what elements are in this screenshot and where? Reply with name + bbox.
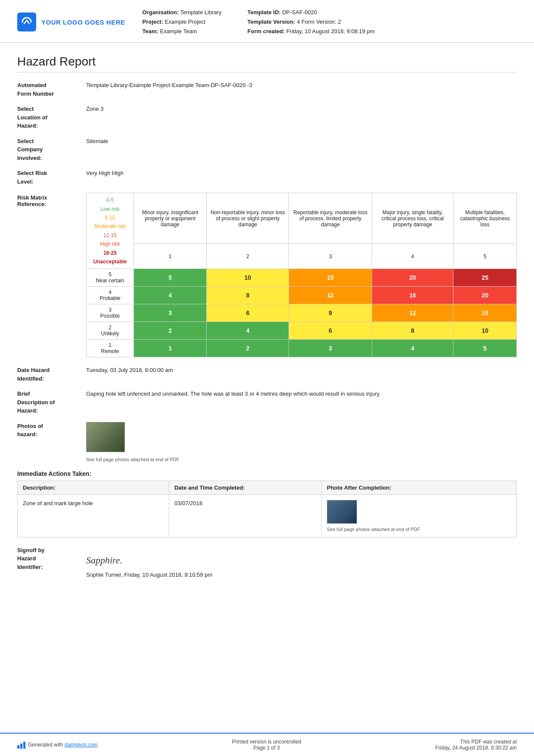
template-version-value: 4 xyxy=(297,19,300,25)
action-photo: See full page photos attached at end of … xyxy=(321,494,516,537)
org-label: Organisation: xyxy=(143,9,179,16)
template-id-label: Template ID: xyxy=(248,9,281,16)
date-row: Date HazardIdentified: Tuesday, 03 July … xyxy=(17,366,517,383)
col-header-5: Multiple fatalities, catastrophic busine… xyxy=(453,193,517,244)
cell-4-3: 12 xyxy=(289,287,372,304)
action-date: 03/07/2018 xyxy=(169,494,321,537)
bar1 xyxy=(17,745,19,749)
cell-3-3: 9 xyxy=(289,304,372,322)
col-header-2: Non-reportable injury, minor loss of pro… xyxy=(207,193,289,244)
team-value: Example Team xyxy=(160,28,197,34)
row-header-4: 4Probable xyxy=(87,287,134,304)
logo-area: YOUR LOGO GOES HERE xyxy=(17,12,125,31)
footer-uncontrolled: Printed version is uncontrolledPage 1 of… xyxy=(232,739,301,751)
cell-3-5: 15 xyxy=(453,304,517,322)
row-header-2: 2Unlikely xyxy=(87,322,134,340)
date-label: Date HazardIdentified: xyxy=(17,366,86,383)
signoff-row: Signoff byHazardIdentifier: Sapphire. So… xyxy=(17,546,517,579)
cell-5-3: 15 xyxy=(289,269,372,287)
cell-3-1: 3 xyxy=(134,304,207,322)
cell-1-1: 1 xyxy=(134,340,207,357)
col-num-1: 1 xyxy=(134,244,207,269)
signoff-label: Signoff byHazardIdentifier: xyxy=(17,546,86,572)
team-label: Team: xyxy=(143,28,158,34)
photos-value: See full page photos attached at end of … xyxy=(86,422,517,463)
immediate-actions-section: Immediate Actions Taken: Description: Da… xyxy=(17,470,517,537)
matrix-row-1: 1Remote 1 2 3 4 5 xyxy=(87,340,517,357)
cell-5-4: 20 xyxy=(372,269,453,287)
footer-logo-icon xyxy=(17,741,25,749)
logo-icon xyxy=(17,12,36,31)
actions-col-date: Date and Time Completed: xyxy=(169,481,321,494)
org-line: Organisation: Template Library xyxy=(143,8,222,17)
signature: Sapphire. xyxy=(86,553,517,567)
header: YOUR LOGO GOES HERE Organisation: Templa… xyxy=(0,0,534,43)
project-value: Example Project xyxy=(165,19,206,25)
cell-3-2: 6 xyxy=(207,304,289,322)
cell-5-5: 25 xyxy=(453,269,517,287)
signoff-value: Sophie Turner, Friday, 10 August 2018, 9… xyxy=(86,571,517,579)
action-description: Zone of and mark large hole xyxy=(18,494,169,537)
location-row: SelectLocation ofHazard: Zone 3 xyxy=(17,105,517,130)
immediate-actions-title: Immediate Actions Taken: xyxy=(17,470,517,477)
header-meta-right: Template ID: DP-SAF-0020 Template Versio… xyxy=(248,8,375,36)
actions-data-row: Zone of and mark large hole 03/07/2018 S… xyxy=(18,494,517,537)
main-content: Hazard Report AutomatedForm Number Templ… xyxy=(0,43,534,629)
col-num-4: 4 xyxy=(372,244,453,269)
form-number-value: Template Library-Example Project-Example… xyxy=(86,81,517,90)
matrix-row-2: 2Unlikely 2 4 6 8 10 xyxy=(87,322,517,340)
template-id-value: DP-SAF-0020 xyxy=(282,9,317,16)
col-header-1: Minor injury, insignificant property or … xyxy=(134,193,207,244)
risk-matrix-label: Risk MatrixReference: xyxy=(17,193,86,207)
team-line: Team: Example Team xyxy=(143,27,222,36)
template-version-label: Template Version: xyxy=(248,19,295,25)
cell-3-4: 12 xyxy=(372,304,453,322)
photos-label: Photos ofhazard: xyxy=(17,422,86,439)
legend-moderate-risk: 6-10Moderate risk xyxy=(90,213,130,231)
cell-4-4: 16 xyxy=(372,287,453,304)
cell-1-3: 3 xyxy=(289,340,372,357)
row-header-3: 3Possible xyxy=(87,304,134,322)
legend-unacceptable: 16-25Unacceptable xyxy=(90,249,130,266)
bar2 xyxy=(20,744,22,749)
actions-col-description: Description: xyxy=(18,481,169,494)
cell-5-1: 5 xyxy=(134,269,207,287)
report-title: Hazard Report xyxy=(17,55,517,72)
actions-header-row: Description: Date and Time Completed: Ph… xyxy=(18,481,517,494)
cell-1-2: 2 xyxy=(207,340,289,357)
col-header-3: Reportable injury, moderate loss of proc… xyxy=(289,193,372,244)
col-num-2: 2 xyxy=(207,244,289,269)
template-version-line: Template Version: 4 Form Version: 2 xyxy=(248,17,375,27)
cell-4-2: 8 xyxy=(207,287,289,304)
photos-row: Photos ofhazard: See full page photos at… xyxy=(17,422,517,463)
legend-low-risk: 0-5Low risk xyxy=(90,196,130,213)
risk-legend-cell: 0-5Low risk 6-10Moderate risk 11-15High … xyxy=(87,193,134,269)
cell-2-5: 10 xyxy=(453,322,517,340)
immediate-actions-table: Description: Date and Time Completed: Ph… xyxy=(17,481,517,537)
row-header-5: 5Near certain xyxy=(87,269,134,287)
matrix-row-4: 4Probable 4 8 12 16 20 xyxy=(87,287,517,304)
cell-2-1: 2 xyxy=(134,322,207,340)
location-value: Zone 3 xyxy=(86,105,517,113)
cell-2-4: 8 xyxy=(372,322,453,340)
cell-5-2: 10 xyxy=(207,269,289,287)
template-id-line: Template ID: DP-SAF-0020 xyxy=(248,8,375,17)
form-created-line: Form created: Friday, 10 August 2018, 9:… xyxy=(248,27,375,36)
hazard-photo-thumb xyxy=(86,422,125,452)
company-value: Sitemate xyxy=(86,137,517,146)
row-header-1: 1Remote xyxy=(87,340,134,357)
logo-text: YOUR LOGO GOES HERE xyxy=(41,19,125,26)
col-header-4: Major injury, single fatality, critical … xyxy=(372,193,453,244)
matrix-row-3: 3Possible 3 6 9 12 15 xyxy=(87,304,517,322)
footer-pdf-created: This PDF was created atFriday, 24 August… xyxy=(435,739,517,751)
legend-high-risk: 11-15High risk xyxy=(90,231,130,249)
risk-matrix-wrap: 0-5Low risk 6-10Moderate risk 11-15High … xyxy=(86,193,517,357)
form-number-row: AutomatedForm Number Template Library-Ex… xyxy=(17,81,517,98)
signoff-area: Sapphire. Sophie Turner, Friday, 10 Augu… xyxy=(86,546,517,579)
risk-level-row: Select RiskLevel: Very High High xyxy=(17,169,517,186)
footer: Generated with dashpivot.com Printed ver… xyxy=(0,733,534,756)
description-value: Gaping hole left unfenced and unmarked. … xyxy=(86,390,517,398)
cell-2-2: 4 xyxy=(207,322,289,340)
description-row: BriefDescription ofHazard: Gaping hole l… xyxy=(17,390,517,415)
date-value: Tuesday, 03 July 2018, 8:00:00 am xyxy=(86,366,517,375)
